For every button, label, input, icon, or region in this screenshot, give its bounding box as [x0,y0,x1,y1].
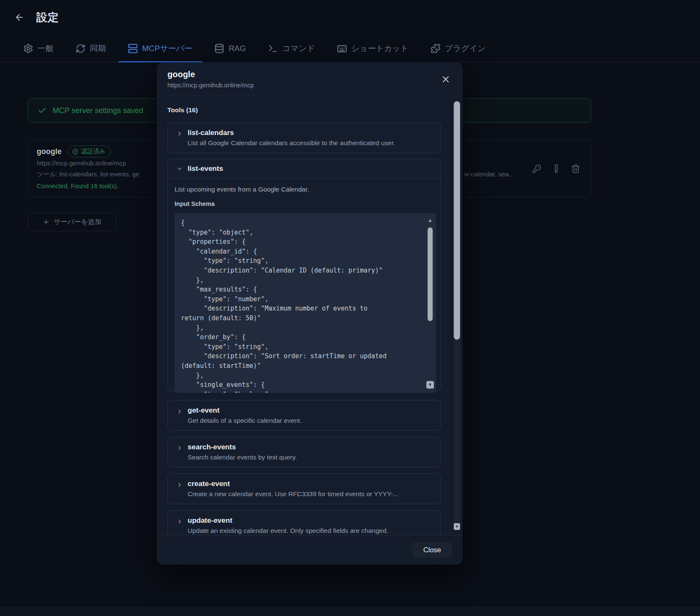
chevron-right-icon [176,408,183,415]
tab-label: 同期 [90,43,106,54]
server-actions [532,164,580,173]
tool-name: get-event [188,406,302,415]
authenticated-badge: 認証済み [67,146,111,157]
tool-card-get-event[interactable]: get-event Get details of a specific cale… [167,400,441,431]
tab-rag[interactable]: RAG [214,35,246,62]
input-schema-label: Input Schema [175,200,433,208]
tool-card-body: List upcoming events from a Google Calen… [168,178,440,400]
tab-label: RAG [229,44,246,53]
chevron-right-icon [176,130,183,137]
tool-card-list-events: list-events List upcoming events from a … [167,159,441,392]
tab-label: ショートカット [351,43,409,54]
tool-name: search-events [188,443,297,452]
tool-description: Create a new calendar event. Use RFC3339… [188,490,398,498]
key-icon[interactable] [532,164,541,173]
tab-shortcut[interactable]: ショートカット [337,35,409,62]
modal-title: google [167,70,452,79]
tab-label: プラグイン [445,43,486,54]
tools-fragment-left: ツール: list-calendars, list-events, ge [37,170,139,178]
tab-plugin[interactable]: プラグイン [431,35,486,62]
banner-text: MCP server settings saved [53,106,143,115]
tab-label: MCPサーバー [142,43,192,54]
tool-name: list-calendars [188,128,395,138]
settings-screen: 設定 一般 同期 MCPサーバー RAG [0,0,700,616]
gear-icon [23,43,33,54]
modal-scrollbar-thumb[interactable] [454,101,460,340]
bottom-strip [0,607,700,616]
page-title: 設定 [36,10,59,25]
modal-scrollbar[interactable]: ▼ [454,100,460,531]
modal-header: google https://mcp.gemihub.online/mcp [157,62,463,96]
schema-code-block[interactable]: { "type": "object", "properties": { "cal… [175,213,436,393]
scroll-down-icon[interactable]: ▼ [454,523,460,530]
tab-label: コマンド [282,43,315,54]
modal-body: Tools (16) list-calendars List all Googl… [157,96,463,535]
tab-general[interactable]: 一般 [23,35,54,62]
server-name: google [37,147,62,156]
code-scrollbar[interactable]: ▲ ▼ [426,217,434,389]
terminal-icon [268,43,278,54]
close-icon[interactable] [441,74,451,84]
chevron-down-icon [176,165,183,172]
tool-card-update-event[interactable]: update-event Update an existing calendar… [167,510,441,535]
chevron-right-icon [176,481,183,488]
modal-url: https://mcp.gemihub.online/mcp [167,82,452,89]
tab-mcp-server[interactable]: MCPサーバー [128,35,192,62]
tab-label: 一般 [38,43,54,54]
back-button[interactable] [13,11,25,23]
database-icon [214,43,224,54]
tool-description: Search calendar events by text query. [188,453,297,462]
tool-card-list-calendars[interactable]: list-calendars List all Google Calendar … [167,122,441,153]
check-icon [38,106,47,115]
tab-command[interactable]: コマンド [268,35,315,62]
keyboard-icon [337,43,347,54]
tool-description: List all Google Calendar calendars acces… [188,139,395,147]
tool-name: update-event [188,516,388,525]
tool-name: list-events [188,164,223,173]
chevron-right-icon [176,518,183,525]
trash-icon[interactable] [571,164,580,173]
tool-description: Update an existing calendar event. Only … [188,527,388,535]
tool-card-create-event[interactable]: create-event Create a new calendar event… [167,473,441,504]
tool-card-search-events[interactable]: search-events Search calendar events by … [167,437,441,467]
schema-code: { "type": "object", "properties": { "cal… [175,213,436,393]
chevron-right-icon [176,445,183,451]
tool-card-header[interactable]: list-events [168,159,440,178]
test-tube-icon[interactable] [552,164,561,173]
arrow-left-icon [14,12,24,22]
badge-label: 認証済み [81,148,105,155]
add-server-label: サーバーを追加 [54,218,101,227]
app-header: 設定 [0,0,700,35]
scroll-down-icon[interactable]: ▼ [426,381,434,389]
add-server-button[interactable]: サーバーを追加 [28,213,116,231]
tools-heading: Tools (16) [167,106,463,114]
close-button[interactable]: Close [412,542,452,558]
tool-description: Get details of a specific calendar event… [188,416,302,425]
tool-name: create-event [188,479,398,489]
tab-sync[interactable]: 同期 [75,35,106,62]
plus-icon [43,219,50,226]
settings-tab-bar: 一般 同期 MCPサーバー RAG コマンド [0,35,700,62]
puzzle-icon [431,43,441,54]
scroll-up-icon[interactable]: ▲ [426,217,434,223]
server-detail-modal: google https://mcp.gemihub.online/mcp To… [157,62,463,565]
tool-description: List upcoming events from a Google Calen… [175,186,433,195]
code-scrollbar-thumb[interactable] [428,227,433,321]
sync-icon [75,43,86,54]
server-icon [128,43,138,54]
shield-check-icon [72,149,78,155]
modal-footer: Close [157,535,463,565]
tools-fragment-right: w-calendar, sea... [464,170,514,178]
